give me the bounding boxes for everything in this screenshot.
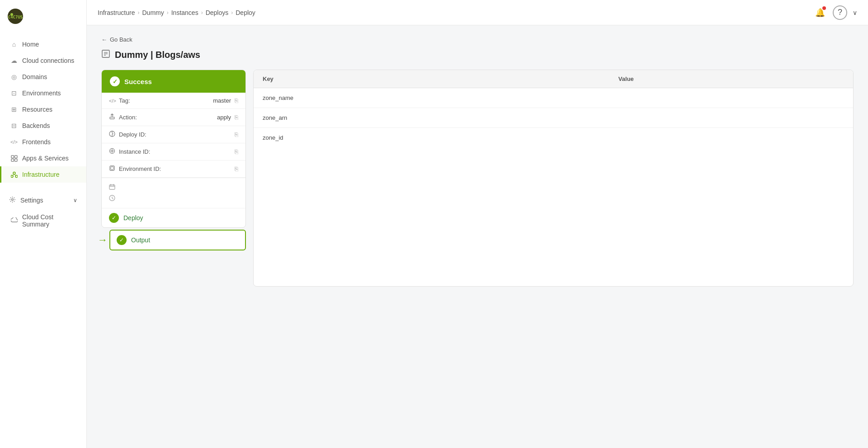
topbar: Infrastructure › Dummy › Instances › Dep… <box>87 0 868 25</box>
step-deploy[interactable]: ✓ Deploy <box>102 208 245 227</box>
calendar-icon <box>109 184 115 191</box>
svg-point-7 <box>13 172 15 174</box>
table-row: zone_id <box>254 128 853 148</box>
col-value: Value <box>609 70 853 88</box>
date-row-1 <box>109 182 238 193</box>
sidebar-item-resources[interactable]: ⊞ Resources <box>0 101 86 118</box>
main: Infrastructure › Dummy › Instances › Dep… <box>87 0 868 448</box>
sidebar-item-label: Apps & Services <box>22 155 69 162</box>
left-column: ✓ Success </> Tag: master ⎘ <box>101 70 246 252</box>
output-step-wrapper: → ✓ Output <box>101 228 246 252</box>
svg-rect-22 <box>109 185 115 189</box>
deploy-fields: </> Tag: master ⎘ Action: apply ⎘ <box>102 93 245 208</box>
date-row-2 <box>109 193 238 204</box>
action-value: apply <box>217 114 231 121</box>
svg-point-12 <box>12 199 14 201</box>
step-output[interactable]: ✓ Output <box>110 231 245 250</box>
col-key: Key <box>254 70 609 88</box>
key-zone-arn: zone_arn <box>254 108 609 128</box>
help-button[interactable]: ? <box>833 5 847 20</box>
breadcrumb-sep-1: › <box>137 9 139 16</box>
resources-icon: ⊞ <box>10 106 18 113</box>
deploy-status-text: Success <box>124 78 152 85</box>
sidebar-item-frontends[interactable]: </> Frontends <box>0 134 86 150</box>
sidebar-item-home[interactable]: ⌂ Home <box>0 36 86 52</box>
breadcrumb-infrastructure[interactable]: Infrastructure <box>98 9 135 16</box>
svg-line-10 <box>13 174 14 175</box>
two-column-layout: ✓ Success </> Tag: master ⎘ <box>101 70 854 287</box>
topbar-right: 🔔 ? ∨ <box>813 5 857 20</box>
notifications-button[interactable]: 🔔 <box>813 5 827 20</box>
sidebar-item-label: Resources <box>22 106 52 113</box>
copy-deploy-id-button[interactable]: ⎘ <box>235 131 238 138</box>
field-instance-id: Instance ID: ⎘ <box>102 143 245 160</box>
environment-id-icon <box>109 165 119 173</box>
dates-section <box>102 178 245 208</box>
environments-icon: ⊡ <box>10 90 18 97</box>
step-deploy-label: Deploy <box>123 214 143 222</box>
svg-rect-5 <box>11 159 14 161</box>
sidebar-item-label: Frontends <box>22 138 51 146</box>
sidebar-item-cloud-cost[interactable]: Cloud Cost Summary <box>0 209 86 232</box>
backends-icon: ⊟ <box>10 122 18 129</box>
svg-rect-6 <box>14 159 17 161</box>
sidebar-item-label: Home <box>22 41 39 48</box>
logo-icon: C4C7US <box>7 8 24 24</box>
sidebar-item-label: Environments <box>22 90 61 97</box>
breadcrumb-dummy[interactable]: Dummy <box>142 9 164 16</box>
arrow-pointer: → <box>98 234 108 246</box>
field-action: Action: apply ⎘ <box>102 109 245 126</box>
sidebar-item-settings[interactable]: Settings ∨ <box>0 192 86 209</box>
frontends-icon: </> <box>10 138 18 146</box>
copy-tag-button[interactable]: ⎘ <box>235 97 238 104</box>
home-icon: ⌂ <box>10 41 18 48</box>
go-back-label: Go Back <box>110 36 132 43</box>
apps-icon <box>10 155 18 162</box>
sidebar-item-label: Domains <box>22 73 47 80</box>
copy-action-button[interactable]: ⎘ <box>235 114 238 121</box>
notification-badge <box>822 6 826 10</box>
svg-rect-4 <box>14 156 17 158</box>
sidebar-item-label: Backends <box>22 122 50 129</box>
sidebar-item-domains[interactable]: ◎ Domains <box>0 69 86 85</box>
sidebar-item-backends[interactable]: ⊟ Backends <box>0 118 86 134</box>
logo: C4C7US <box>0 0 86 33</box>
settings-icon <box>9 196 16 204</box>
sidebar-item-label: Cloud connections <box>22 57 74 64</box>
action-label: Action: <box>119 114 217 121</box>
success-check-icon: ✓ <box>110 76 120 86</box>
page-title-icon <box>101 49 110 61</box>
copy-environment-id-button[interactable]: ⎘ <box>235 165 238 172</box>
value-zone-id <box>609 128 853 148</box>
svg-rect-3 <box>11 156 14 158</box>
svg-line-28 <box>112 198 113 199</box>
svg-rect-17 <box>110 117 114 119</box>
sidebar-item-cloud-connections[interactable]: ☁ Cloud connections <box>0 52 86 69</box>
key-zone-id: zone_id <box>254 128 609 148</box>
sidebar: C4C7US ⌂ Home ☁ Cloud connections ◎ Doma… <box>0 0 87 448</box>
breadcrumb-deploys[interactable]: Deploys <box>206 9 229 16</box>
svg-rect-21 <box>111 167 113 170</box>
user-dropdown-button[interactable]: ∨ <box>853 9 857 16</box>
kv-table: Key Value zone_name zone_arn <box>254 70 853 147</box>
go-back-button[interactable]: ← Go Back <box>101 36 854 43</box>
output-check-icon: ✓ <box>117 235 127 245</box>
field-tag: </> Tag: master ⎘ <box>102 93 245 109</box>
sidebar-item-infrastructure[interactable]: Infrastructure <box>0 166 86 183</box>
value-zone-arn <box>609 108 853 128</box>
key-zone-name: zone_name <box>254 88 609 108</box>
sidebar-item-apps-services[interactable]: Apps & Services <box>0 150 86 166</box>
table-row: zone_name <box>254 88 853 108</box>
breadcrumb-instances[interactable]: Instances <box>171 9 198 16</box>
domains-icon: ◎ <box>10 73 18 80</box>
field-deploy-id: Deploy ID: ⎘ <box>102 126 245 143</box>
copy-instance-id-button[interactable]: ⎘ <box>235 148 238 155</box>
breadcrumb-deploy[interactable]: Deploy <box>236 9 255 16</box>
svg-text:C4C7US: C4C7US <box>8 15 23 19</box>
help-icon: ? <box>838 8 842 17</box>
table-row: zone_arn <box>254 108 853 128</box>
sidebar-item-environments[interactable]: ⊡ Environments <box>0 85 86 101</box>
breadcrumb-sep-3: › <box>201 9 203 16</box>
step-output-label: Output <box>131 236 150 244</box>
step-output-highlighted[interactable]: ✓ Output <box>109 230 246 250</box>
